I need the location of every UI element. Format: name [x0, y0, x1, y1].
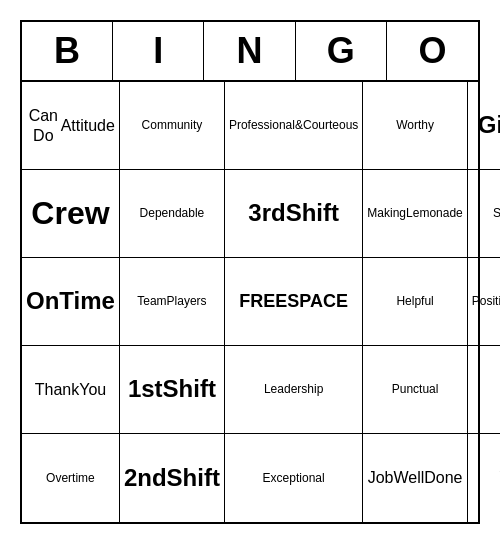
bingo-cell: Professional&Courteous — [225, 82, 363, 170]
bingo-cell: TeamPlayers — [120, 258, 225, 346]
cell-text: 2nd — [124, 464, 167, 493]
cell-text: Shift — [167, 464, 220, 493]
bingo-cell: 2ndShift — [120, 434, 225, 522]
cell-text: Thank — [35, 380, 79, 399]
header-letter: O — [387, 22, 478, 80]
bingo-cell: FREESPACE — [225, 258, 363, 346]
bingo-cell: Punctual — [363, 346, 467, 434]
bingo-cell: Community — [120, 82, 225, 170]
cell-text: & — [295, 118, 303, 132]
bingo-cell: JobWellDone — [363, 434, 467, 522]
cell-text: Players — [167, 294, 207, 308]
cell-text: Leadership — [264, 382, 323, 396]
bingo-cell: Worthy — [363, 82, 467, 170]
bingo-header: BINGO — [22, 22, 478, 82]
cell-text: Making — [367, 206, 406, 220]
bingo-cell: Overtime — [22, 434, 120, 522]
bingo-cell: WayToGo — [468, 434, 500, 522]
cell-text: Crew — [31, 194, 109, 232]
bingo-cell: MakingLemonade — [363, 170, 467, 258]
cell-text: FREE — [239, 291, 287, 313]
cell-text: So — [493, 206, 500, 220]
bingo-grid: Can DoAttitudeCommunityProfessional&Cour… — [22, 82, 478, 522]
bingo-cell: 1stShift — [120, 346, 225, 434]
bingo-cell: Dependable — [120, 170, 225, 258]
bingo-cell: Dedication — [468, 346, 500, 434]
cell-text: Job — [368, 468, 394, 487]
cell-text: Helpful — [396, 294, 433, 308]
cell-text: Can Do — [26, 106, 61, 144]
bingo-cell: Exceptional — [225, 434, 363, 522]
header-letter: B — [22, 22, 113, 80]
bingo-cell: Crew — [22, 170, 120, 258]
cell-text: SPACE — [287, 291, 348, 313]
bingo-cell: Give100% — [468, 82, 500, 170]
cell-text: Give — [478, 111, 500, 140]
cell-text: Attitude — [61, 116, 115, 135]
cell-text: Punctual — [392, 382, 439, 396]
cell-text: Dependable — [140, 206, 205, 220]
header-letter: I — [113, 22, 204, 80]
cell-text: Worthy — [396, 118, 434, 132]
cell-text: Professional — [229, 118, 295, 132]
cell-text: Exceptional — [263, 471, 325, 485]
cell-text: 1st — [128, 375, 163, 404]
bingo-cell: Helpful — [363, 258, 467, 346]
cell-text: Team — [137, 294, 166, 308]
cell-text: Community — [142, 118, 203, 132]
cell-text: Done — [424, 468, 462, 487]
cell-text: 3rd — [248, 199, 285, 228]
bingo-card: BINGO Can DoAttitudeCommunityProfessiona… — [20, 20, 480, 524]
bingo-cell: ThankYou — [22, 346, 120, 434]
bingo-cell: PositiveBehavior& Impact — [468, 258, 500, 346]
cell-text: Positive — [472, 294, 500, 308]
header-letter: G — [296, 22, 387, 80]
bingo-cell: Leadership — [225, 346, 363, 434]
cell-text: Overtime — [46, 471, 95, 485]
header-letter: N — [204, 22, 295, 80]
cell-text: Time — [59, 287, 115, 316]
cell-text: Courteous — [303, 118, 358, 132]
cell-text: On — [26, 287, 59, 316]
bingo-cell: 3rdShift — [225, 170, 363, 258]
cell-text: Well — [393, 468, 424, 487]
cell-text: Lemonade — [406, 206, 463, 220]
cell-text: You — [79, 380, 106, 399]
cell-text: Shift — [286, 199, 339, 228]
bingo-cell: SoProudOf You — [468, 170, 500, 258]
bingo-cell: OnTime — [22, 258, 120, 346]
cell-text: Shift — [163, 375, 216, 404]
bingo-cell: Can DoAttitude — [22, 82, 120, 170]
